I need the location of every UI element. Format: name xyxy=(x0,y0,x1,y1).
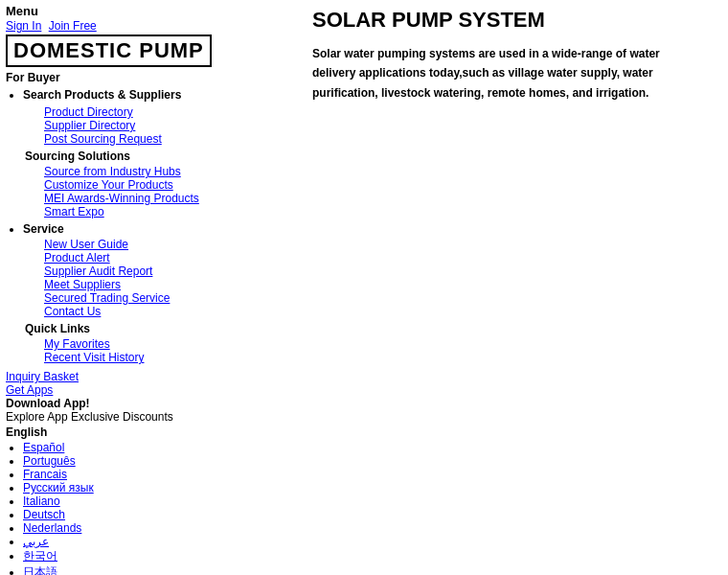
product-alert-link[interactable]: Product Alert xyxy=(44,251,293,264)
meet-suppliers-link[interactable]: Meet Suppliers xyxy=(44,278,293,291)
lang-korean[interactable]: 한국어 xyxy=(23,549,57,563)
inquiry-basket-link[interactable]: Inquiry Basket xyxy=(6,370,293,383)
source-industry-link[interactable]: Source from Industry Hubs xyxy=(44,165,293,178)
language-list: Español Português Francais Русский язык … xyxy=(23,441,293,575)
customize-products-link[interactable]: Customize Your Products xyxy=(44,178,293,192)
mei-awards-link[interactable]: MEI Awards-Winning Products xyxy=(44,192,293,205)
product-title: SOLAR PUMP SYSTEM xyxy=(312,8,722,33)
lang-espanol[interactable]: Español xyxy=(23,441,64,454)
supplier-audit-link[interactable]: Supplier Audit Report xyxy=(44,264,293,278)
logo: DOMESTIC PUMP xyxy=(6,34,212,67)
lang-japanese[interactable]: 日本語 xyxy=(23,565,57,575)
new-user-guide-link[interactable]: New User Guide xyxy=(44,238,293,251)
lang-deutsch[interactable]: Deutsch xyxy=(23,508,65,521)
for-buyer-label: For Buyer xyxy=(6,71,293,84)
lang-russian[interactable]: Русский язык xyxy=(23,481,94,494)
post-sourcing-link[interactable]: Post Sourcing Request xyxy=(44,132,293,146)
menu-label: Menu xyxy=(6,4,293,18)
supplier-directory-link[interactable]: Supplier Directory xyxy=(44,119,293,132)
get-apps-link[interactable]: Get Apps xyxy=(6,383,293,397)
my-favorites-link[interactable]: My Favorites xyxy=(44,337,293,351)
sourcing-section-title: Sourcing Solutions xyxy=(25,150,293,163)
lang-francais[interactable]: Francais xyxy=(23,468,67,481)
contact-us-link[interactable]: Contact Us xyxy=(44,305,293,318)
search-section-title: Search Products & Suppliers xyxy=(23,88,293,102)
lang-nederlands[interactable]: Nederlands xyxy=(23,521,81,535)
lang-italiano[interactable]: Italiano xyxy=(23,494,60,508)
quick-links-title: Quick Links xyxy=(25,322,293,335)
lang-portugues[interactable]: Português xyxy=(23,454,76,468)
product-description: Solar water pumping systems are used in … xyxy=(312,44,695,103)
recent-visit-link[interactable]: Recent Visit History xyxy=(44,351,293,364)
download-app-label: Download App! xyxy=(6,397,293,410)
sign-in-link[interactable]: Sign In xyxy=(6,19,41,33)
english-label: English xyxy=(6,426,293,439)
product-directory-link[interactable]: Product Directory xyxy=(44,105,293,119)
lang-arabic[interactable]: عربي xyxy=(23,535,49,548)
join-free-link[interactable]: Join Free xyxy=(49,19,97,33)
service-section-title: Service xyxy=(23,222,293,236)
explore-label: Explore App Exclusive Discounts xyxy=(6,410,293,424)
smart-expo-link[interactable]: Smart Expo xyxy=(44,205,293,218)
secured-trading-link[interactable]: Secured Trading Service xyxy=(44,291,293,305)
